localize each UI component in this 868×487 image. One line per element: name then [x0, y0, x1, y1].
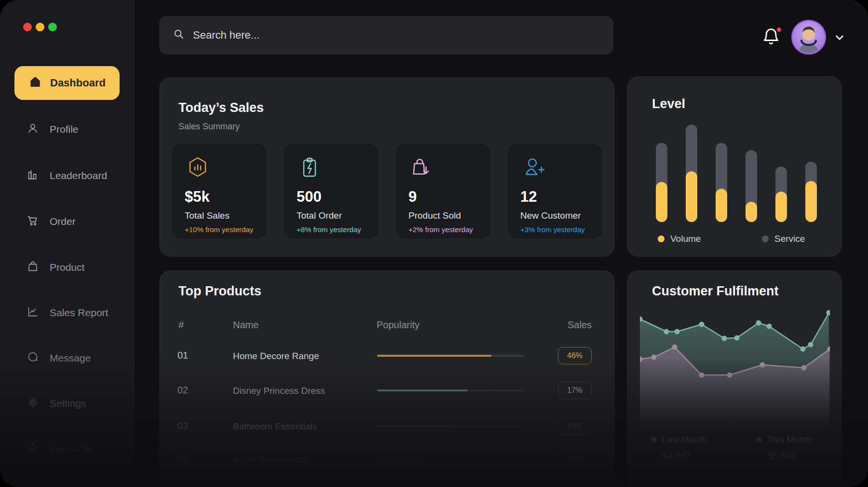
- todays-sales-card: Today’s Sales Sales Summary $5k Total Sa…: [159, 77, 615, 257]
- column-header-sales: Sales: [543, 320, 592, 331]
- table-row: 03 Bathroom Essentials 19%: [159, 416, 615, 437]
- chevron-down-icon[interactable]: [833, 31, 846, 46]
- sidebar-item-dashboard[interactable]: Dashboard: [14, 66, 120, 100]
- column-header-number: #: [178, 320, 184, 331]
- search-input[interactable]: [193, 29, 600, 42]
- row-number: 04: [177, 453, 188, 464]
- product-name: Disney Princess Dress: [233, 386, 325, 396]
- sidebar-divider: [134, 0, 134, 487]
- sidebar-item-label: Sales Report: [50, 307, 108, 319]
- stat-card-product-sold: 9 Product Sold +2% from yesterday: [396, 144, 490, 238]
- sidebar-item-leaderboard[interactable]: Leaderboard: [20, 165, 122, 187]
- stat-delta: +2% from yesterday: [408, 225, 473, 234]
- level-bar-chart: [656, 125, 817, 222]
- product-name: Apple Smartwatch: [233, 454, 307, 465]
- table-row: 04 Apple Smartwatch 29%: [159, 448, 615, 470]
- level-bar: [805, 125, 817, 222]
- top-products-card: Top Products # Name Popularity Sales 01 …: [159, 270, 615, 487]
- customer-fulfilment-card: Customer Fulfilment Last Month $4,087 Th…: [627, 270, 842, 487]
- sidebar-item-label: Favourite: [50, 443, 92, 454]
- sidebar-item-label: Order: [50, 216, 76, 227]
- popularity-track: [377, 390, 524, 391]
- volume-legend-dot: [658, 236, 665, 242]
- stat-value: 500: [297, 188, 322, 206]
- popularity-fill: [377, 458, 421, 460]
- popularity-track: [377, 458, 524, 460]
- popularity-fill: [377, 425, 450, 427]
- volume-legend-label: Volume: [670, 234, 701, 244]
- sidebar-item-profile[interactable]: Profile: [20, 118, 122, 140]
- sales-badge: 17%: [558, 382, 592, 399]
- user-avatar[interactable]: [791, 20, 826, 55]
- sidebar-item-favourite[interactable]: Favourite: [20, 437, 122, 459]
- hexagon-bars-icon: [184, 154, 212, 184]
- sidebar-item-label: Leaderboard: [50, 170, 107, 181]
- stat-delta: +8% from yesterday: [297, 225, 361, 234]
- popularity-track: [377, 355, 524, 357]
- stat-value: 12: [520, 188, 537, 206]
- popularity-fill: [377, 355, 491, 357]
- column-header-popularity: Popularity: [377, 320, 420, 331]
- level-card: Level Volume Service: [627, 76, 842, 257]
- legend-volume: Volume: [658, 234, 701, 244]
- column-header-name: Name: [233, 320, 258, 331]
- sales-badge: 46%: [558, 347, 592, 364]
- sidebar-item-label: Product: [50, 262, 84, 273]
- table-row: 02 Disney Princess Dress 17%: [159, 380, 615, 401]
- star-icon: [27, 441, 39, 456]
- notification-bell-button[interactable]: [761, 27, 783, 49]
- line-chart-icon: [27, 306, 39, 320]
- user-plus-icon: [519, 154, 547, 184]
- stat-label: New Customer: [520, 210, 581, 221]
- app-window: Dashboard Profile Leaderboard Order Prod…: [0, 0, 868, 487]
- table-row: 01 Home Decore Range 46%: [159, 345, 615, 366]
- notification-badge: [776, 27, 782, 33]
- level-bar: [775, 125, 787, 222]
- search-icon: [173, 28, 185, 42]
- level-bar: [746, 125, 757, 222]
- product-name: Bathroom Essentials: [233, 421, 317, 432]
- stat-card-total-order: 500 Total Order +8% from yesterday: [284, 144, 379, 238]
- sidebar-item-order[interactable]: Order: [20, 210, 122, 233]
- sidebar-item-label: Profile: [50, 124, 79, 135]
- search-bar[interactable]: [159, 16, 613, 55]
- popularity-track: [377, 425, 524, 427]
- avatar-image: [793, 21, 825, 53]
- cart-icon: [27, 214, 39, 229]
- sidebar-item-product[interactable]: Product: [20, 256, 122, 278]
- bag-arrow-down-icon: [407, 154, 435, 184]
- traffic-light-zoom[interactable]: [48, 23, 57, 31]
- stat-label: Total Order: [297, 210, 342, 221]
- sidebar-item-label: Settings: [50, 398, 86, 409]
- this-month-label: This Month: [767, 434, 812, 445]
- clipboard-bolt-icon: [296, 154, 324, 184]
- bag-icon: [27, 260, 39, 275]
- sidebar-item-sales-report[interactable]: Sales Report: [20, 302, 122, 324]
- level-bar: [686, 125, 697, 222]
- stat-label: Product Sold: [408, 210, 461, 221]
- traffic-light-minimize[interactable]: [36, 23, 44, 31]
- row-number: 01: [177, 350, 188, 361]
- customer-fulfilment-title: Customer Fulfilment: [652, 284, 779, 299]
- stat-card-total-sales: $5k Total Sales +10% from yesterday: [172, 144, 267, 238]
- bar-chart-icon: [27, 168, 39, 183]
- stat-card-new-customer: 12 New Customer +3% from yesterday: [508, 144, 602, 238]
- home-icon: [29, 76, 41, 90]
- sidebar-item-message[interactable]: Message: [20, 347, 122, 369]
- this-month-value: $5,506: [768, 451, 796, 461]
- gear-icon: [27, 396, 39, 411]
- sidebar-item-settings[interactable]: Settings: [20, 392, 122, 415]
- traffic-light-close[interactable]: [23, 23, 32, 31]
- last-month-legend-dot: [651, 437, 657, 443]
- sidebar-item-label: Dashboard: [50, 77, 106, 89]
- top-products-title: Top Products: [178, 284, 261, 299]
- legend-this-month: This Month: [756, 434, 812, 445]
- product-name: Home Decore Range: [233, 351, 319, 362]
- level-title: Level: [652, 97, 685, 111]
- sidebar-item-label: Message: [50, 352, 91, 364]
- stat-label: Total Sales: [185, 210, 230, 221]
- level-bar: [716, 125, 727, 222]
- legend-last-month: Last Month: [651, 434, 707, 445]
- row-number: 02: [177, 385, 188, 396]
- todays-sales-title: Today’s Sales: [178, 100, 264, 115]
